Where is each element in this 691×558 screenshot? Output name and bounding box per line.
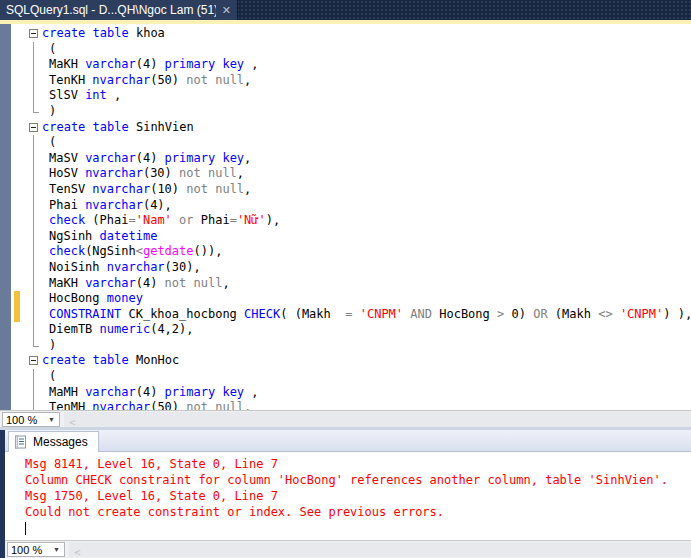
code-line[interactable]: create table MonHoc <box>0 353 691 369</box>
code-line[interactable]: SlSV int , <box>0 88 691 104</box>
code-text: create table MonHoc <box>42 353 179 369</box>
sql-editor-pane: create table khoa(MaKH varchar(4) primar… <box>0 24 691 427</box>
code-text: SlSV int , <box>49 88 121 104</box>
code-line[interactable]: MaKH varchar(4) not null, <box>0 276 691 292</box>
results-zoom-select[interactable]: 100 % ▼ <box>7 542 65 557</box>
code-text: NoiSinh nvarchar(30), <box>49 260 201 276</box>
fold-collapse-icon[interactable] <box>29 29 38 38</box>
code-text: ( <box>49 42 56 58</box>
fold-margin-cell <box>28 322 41 338</box>
code-text: TenKH nvarchar(50) not null, <box>49 73 251 89</box>
fold-margin-cell <box>28 353 41 369</box>
code-text: check (Phai='Nam' or Phai='Nữ'), <box>49 213 280 229</box>
results-pane: Messages Msg 8141, Level 16, State 0, Li… <box>0 430 691 558</box>
results-zoom-bar: 100 % ▼ < <box>5 540 691 558</box>
editor-zoom-bar: 100 % ▼ < <box>0 410 691 427</box>
code-text: DiemTB numeric(4,2), <box>49 322 194 338</box>
code-text: MaSV varchar(4) primary key, <box>49 151 251 167</box>
chevron-down-icon: ▼ <box>48 416 56 423</box>
code-area[interactable]: create table khoa(MaKH varchar(4) primar… <box>0 26 691 410</box>
ssms-window: SQLQuery1.sql - D...QH\Ngoc Lam (51))* ✕… <box>0 0 691 558</box>
text-caret <box>25 522 26 535</box>
code-text: check(NgSinh<getdate()), <box>49 244 222 260</box>
message-line: Column CHECK constraint for column 'HocB… <box>25 472 691 488</box>
fold-margin-cell <box>28 229 41 245</box>
code-text: ) <box>49 338 56 354</box>
code-line[interactable]: check(NgSinh<getdate()), <box>0 244 691 260</box>
code-line[interactable]: TenKH nvarchar(50) not null, <box>0 73 691 89</box>
fold-margin-cell <box>28 244 41 260</box>
code-line[interactable]: check (Phai='Nam' or Phai='Nữ'), <box>0 213 691 229</box>
code-text: TenMH nvarchar(50) not null, <box>49 400 251 410</box>
code-line[interactable]: MaKH varchar(4) primary key , <box>0 57 691 73</box>
change-tracking-bar <box>14 291 20 307</box>
fold-margin-cell <box>28 307 41 323</box>
results-horizontal-scrollbar[interactable]: < <box>69 542 691 557</box>
fold-margin-cell <box>28 120 41 136</box>
editor-zoom-select[interactable]: 100 % ▼ <box>2 412 60 427</box>
fold-margin-cell <box>28 166 41 182</box>
fold-margin-cell <box>28 135 41 151</box>
fold-margin-cell <box>28 198 41 214</box>
message-line: Could not create constraint or index. Se… <box>25 504 691 520</box>
code-line[interactable]: DiemTB numeric(4,2), <box>0 322 691 338</box>
tab-messages[interactable]: Messages <box>8 431 99 452</box>
code-line[interactable]: MaSV varchar(4) primary key, <box>0 151 691 167</box>
fold-margin-cell <box>28 213 41 229</box>
fold-margin-cell <box>28 57 41 73</box>
fold-margin-cell <box>28 369 41 385</box>
messages-output[interactable]: Msg 8141, Level 16, State 0, Line 7Colum… <box>5 452 691 540</box>
fold-margin-cell <box>28 182 41 198</box>
caret-line <box>25 520 691 536</box>
editor-zoom-value: 100 % <box>6 414 48 426</box>
code-line[interactable]: create table SinhVien <box>0 120 691 136</box>
code-text: ( <box>49 369 56 385</box>
code-line[interactable]: NoiSinh nvarchar(30), <box>0 260 691 276</box>
code-line[interactable]: CONSTRAINT CK_khoa_hocbong CHECK( (Makh … <box>0 307 691 323</box>
document-tab-title: SQLQuery1.sql - D...QH\Ngoc Lam (51))* <box>6 3 216 17</box>
fold-margin-cell <box>28 73 41 89</box>
chevron-down-icon: ▼ <box>53 546 61 553</box>
fold-margin-cell <box>28 400 41 410</box>
code-line[interactable]: HocBong money <box>0 291 691 307</box>
code-text: MaMH varchar(4) primary key , <box>49 385 259 401</box>
fold-margin-cell <box>28 385 41 401</box>
code-line[interactable]: ( <box>0 42 691 58</box>
fold-margin-cell <box>28 104 41 120</box>
change-tracking-bar <box>14 307 20 323</box>
editor-horizontal-scrollbar[interactable]: < <box>64 412 691 427</box>
scroll-left-icon[interactable]: < <box>69 546 81 558</box>
code-line[interactable]: TenSV nvarchar(10) not null, <box>0 182 691 198</box>
code-text: HocBong money <box>49 291 143 307</box>
document-tab-bar: SQLQuery1.sql - D...QH\Ngoc Lam (51))* ✕ <box>0 0 691 20</box>
fold-margin-cell <box>28 26 41 42</box>
code-line[interactable]: MaMH varchar(4) primary key , <box>0 385 691 401</box>
results-tab-bar: Messages <box>5 430 691 452</box>
code-line[interactable]: NgSinh datetime <box>0 229 691 245</box>
code-line[interactable]: Phai nvarchar(4), <box>0 198 691 214</box>
code-line[interactable]: ) <box>0 104 691 120</box>
code-text: TenSV nvarchar(10) not null, <box>49 182 251 198</box>
fold-collapse-icon[interactable] <box>29 123 38 132</box>
code-line[interactable]: ( <box>0 135 691 151</box>
results-zoom-value: 100 % <box>11 544 53 556</box>
fold-margin-cell <box>28 88 41 104</box>
messages-tab-label: Messages <box>33 435 88 449</box>
code-text: HoSV nvarchar(30) not null, <box>49 166 244 182</box>
message-line: Msg 8141, Level 16, State 0, Line 7 <box>25 456 691 472</box>
fold-margin-cell <box>28 42 41 58</box>
fold-margin-cell <box>28 151 41 167</box>
code-line[interactable]: TenMH nvarchar(50) not null, <box>0 400 691 410</box>
close-icon[interactable]: ✕ <box>222 5 231 16</box>
code-text: ) <box>49 104 56 120</box>
fold-margin-cell <box>28 338 41 354</box>
code-text: create table SinhVien <box>42 120 194 136</box>
fold-margin-cell <box>28 260 41 276</box>
fold-collapse-icon[interactable] <box>29 356 38 365</box>
document-tab-sqlquery1[interactable]: SQLQuery1.sql - D...QH\Ngoc Lam (51))* ✕ <box>0 0 238 20</box>
code-line[interactable]: HoSV nvarchar(30) not null, <box>0 166 691 182</box>
code-line[interactable]: create table khoa <box>0 26 691 42</box>
code-line[interactable]: ) <box>0 338 691 354</box>
fold-margin-cell <box>28 291 41 307</box>
code-line[interactable]: ( <box>0 369 691 385</box>
